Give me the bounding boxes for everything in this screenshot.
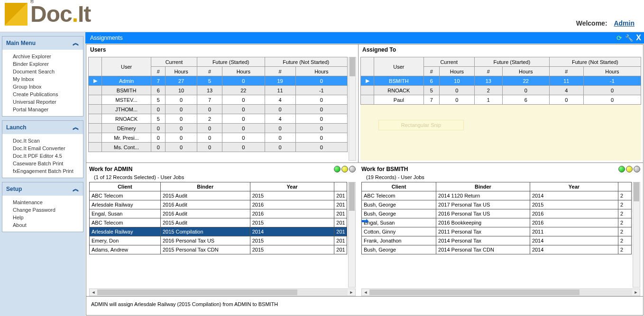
users-title: Users xyxy=(86,45,358,55)
panel-title: Main Menu xyxy=(6,40,36,46)
sidebar-item[interactable]: About xyxy=(13,221,83,229)
welcome-label: Welcome: xyxy=(576,19,607,27)
panel-title: Launch xyxy=(6,124,27,131)
sidebar-item[interactable]: Group Inbox xyxy=(13,83,83,90)
chevron-up-icon: ︽ xyxy=(73,39,79,47)
users-scrollbar[interactable] xyxy=(349,57,356,161)
sidebar-item[interactable]: Universal Reporter xyxy=(13,98,83,106)
table-row[interactable]: Arlesdale Railway2016 Audit2016201 xyxy=(90,200,347,209)
logo: Doc.It xyxy=(5,1,91,27)
sidebar-item[interactable]: Doc.It Scan xyxy=(13,137,83,144)
sidebar-item[interactable]: Doc.It Email Converter xyxy=(13,144,83,152)
sidebar-item[interactable]: My Inbox xyxy=(13,75,83,83)
rectangular-snip-button: Rectangular Snip xyxy=(378,120,464,130)
table-row[interactable]: Bush, George2017 Personal Tax US20152 xyxy=(362,200,632,209)
sidebar-item[interactable]: Maintenance xyxy=(13,199,83,206)
close-icon[interactable]: X xyxy=(636,34,641,42)
sidebar-item[interactable]: Change Password xyxy=(13,206,83,214)
table-row[interactable]: ABC Telecom2015 Audit2015201 xyxy=(90,218,347,227)
sidebar-item[interactable]: Create Publications xyxy=(13,90,83,98)
table-row[interactable]: Bush, George2014 Personal Tax CDN20142 xyxy=(362,245,632,254)
work-bsmith-hscroll[interactable]: ◄► xyxy=(361,289,640,296)
sidebar-item[interactable]: Archive Explorer xyxy=(13,53,83,60)
chevron-up-icon: ︽ xyxy=(73,185,79,193)
panel-title: Setup xyxy=(6,186,22,192)
chevron-up-icon: ︽ xyxy=(73,123,79,132)
sidebar-item[interactable]: Document Search xyxy=(13,68,83,75)
table-row[interactable]: Cotton, Ginny2011 Personal Tax20112 xyxy=(362,227,632,236)
tab-bar: Assignments ⟳ 🔧 X xyxy=(85,32,644,44)
table-row[interactable]: Emery, Don2016 Personal Tax US2015201 xyxy=(90,236,347,245)
sidebar-item[interactable]: Help xyxy=(13,214,83,221)
work-admin-vscroll[interactable] xyxy=(348,182,356,288)
work-bsmith-title: Work for BSMITH xyxy=(361,166,408,172)
table-row[interactable]: Arlesdale Railway2015 Compilation2014201 xyxy=(90,227,347,236)
table-row[interactable]: BSMITH610132211-1 xyxy=(89,86,348,95)
panel-header[interactable]: Launch︽ xyxy=(2,121,83,134)
work-bsmith-vscroll[interactable] xyxy=(633,182,640,288)
work-bsmith-grid[interactable]: ClientBinderYearABC Telecom2014 1120 Ret… xyxy=(361,182,632,254)
table-row[interactable]: Ms. Cont...000000 xyxy=(89,143,348,152)
status-light-yellow[interactable] xyxy=(341,166,348,172)
table-row[interactable]: ▶BSMITH610132211-1 xyxy=(361,76,641,86)
table-row[interactable]: DEmery000000 xyxy=(89,124,348,133)
table-row[interactable]: Adams, Andrew2015 Personal Tax CDN201520… xyxy=(90,245,347,254)
logo-text-1: Doc xyxy=(30,1,72,27)
table-row[interactable]: RNOACK502040 xyxy=(361,86,641,95)
transfer-arrow-icon[interactable]: ➡ xyxy=(361,215,369,226)
sidebar-item[interactable]: fxEngagement Batch Print xyxy=(13,167,83,175)
status-light-green[interactable] xyxy=(334,166,340,172)
sidebar-item[interactable]: Doc.It PDF Editor 4.5 xyxy=(13,152,83,160)
table-row[interactable]: RNOACK502040 xyxy=(89,114,348,124)
panel-header[interactable]: Setup︽ xyxy=(2,182,83,196)
table-row[interactable]: Paul701600 xyxy=(361,95,641,105)
users-grid[interactable]: UserCurrentFuture (Started)Future (Not S… xyxy=(88,57,348,152)
refresh-icon[interactable]: ⟳ xyxy=(616,34,622,42)
sidebar-item[interactable]: Caseware Batch Print xyxy=(13,160,83,167)
logo-mark-icon xyxy=(5,3,28,26)
table-row[interactable]: Bush, George2016 Personal Tax US20162 xyxy=(362,209,632,218)
table-row[interactable]: Frank, Jonathon2014 Personal Tax20142 xyxy=(362,236,632,245)
table-row[interactable]: ABC Telecom2014 1120 Return20142 xyxy=(362,191,632,200)
work-admin-title: Work for ADMIN xyxy=(89,166,132,172)
work-bsmith-records: (19 Records) - User Jobs xyxy=(361,173,640,182)
table-row[interactable]: MSTEV...507040 xyxy=(89,95,348,105)
work-admin-grid[interactable]: ClientBinderYearABC Telecom2015 Audit201… xyxy=(89,182,347,254)
logo-text-2: It xyxy=(78,1,91,27)
table-row[interactable]: ▶Admin72750190 xyxy=(89,76,348,86)
table-row[interactable]: Engal, Susan2016 Audit2016201 xyxy=(90,209,347,218)
table-row[interactable]: JTHOM...000000 xyxy=(89,105,348,114)
status-light-gray[interactable] xyxy=(634,166,640,172)
tab-title: Assignments xyxy=(90,35,123,41)
welcome-user-link[interactable]: Admin xyxy=(614,19,635,27)
sidebar-item[interactable]: Binder Explorer xyxy=(13,60,83,68)
status-bar: ADMIN will assign Arlesdale Railway (201… xyxy=(86,296,643,315)
table-row[interactable]: Mr. Presi...000000 xyxy=(89,133,348,143)
logo-dot: . xyxy=(72,1,78,27)
sidebar-item[interactable]: Portal Manager xyxy=(13,106,83,113)
sidebar: Main Menu︽Archive ExplorerBinder Explore… xyxy=(0,32,85,316)
table-row[interactable]: Engal, Susan2016 Bookkeeping20162 xyxy=(362,218,632,227)
status-light-yellow[interactable] xyxy=(626,166,633,172)
status-light-gray[interactable] xyxy=(349,166,356,172)
assigned-title: Assigned To xyxy=(359,45,643,55)
welcome-block: Welcome: Admin xyxy=(576,19,635,27)
work-admin-records: (1 of 12 Records Selected) - User Jobs xyxy=(89,173,356,182)
work-admin-hscroll[interactable]: ◄► xyxy=(89,289,356,296)
assigned-grid[interactable]: UserCurrentFuture (Started)Future (Not S… xyxy=(360,57,641,105)
status-light-green[interactable] xyxy=(618,166,625,172)
table-row[interactable]: ABC Telecom2015 Audit2015201 xyxy=(90,191,347,200)
wrench-icon[interactable]: 🔧 xyxy=(625,34,633,42)
panel-header[interactable]: Main Menu︽ xyxy=(2,36,83,50)
